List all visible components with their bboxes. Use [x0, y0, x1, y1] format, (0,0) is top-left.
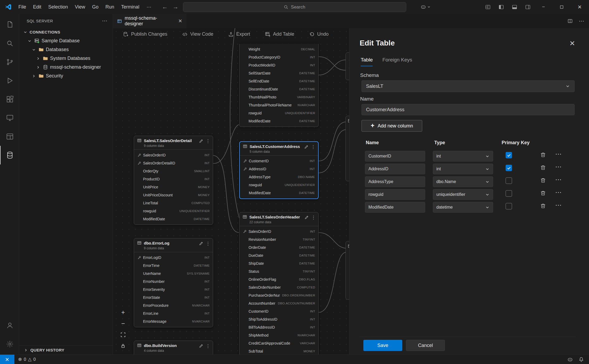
- tab-table[interactable]: Table: [361, 57, 373, 66]
- column-name-input[interactable]: [365, 176, 425, 187]
- copilot-status-icon[interactable]: [567, 357, 573, 362]
- search-sidebar-icon[interactable]: [0, 34, 19, 53]
- fit-view-button[interactable]: [119, 330, 127, 339]
- explorer-icon[interactable]: [0, 15, 19, 34]
- zoom-in-button[interactable]: +: [119, 308, 127, 317]
- cancel-button[interactable]: Cancel: [406, 340, 445, 351]
- column-more-icon[interactable]: ⋯: [555, 176, 562, 183]
- column-name-input[interactable]: [365, 164, 425, 174]
- remote-explorer-icon[interactable]: [0, 109, 19, 127]
- delete-column-icon[interactable]: [540, 203, 546, 209]
- column-name-input[interactable]: [365, 189, 425, 200]
- column-type-select[interactable]: int: [433, 164, 493, 174]
- add-table-button[interactable]: Add Table: [265, 31, 294, 37]
- column-type-select[interactable]: dbo.Name: [433, 176, 493, 187]
- editor-more-icon[interactable]: ⋯: [579, 18, 584, 24]
- delete-column-icon[interactable]: [540, 190, 546, 196]
- delete-column-icon[interactable]: [540, 152, 546, 158]
- live-preview-icon[interactable]: [0, 127, 19, 146]
- column-more-icon[interactable]: ⋯: [555, 163, 562, 171]
- diagram-table-errorlog[interactable]: dbo.ErrorLog9 column data⋮ErrorLogIDINTE…: [134, 238, 213, 327]
- notifications-bell-icon[interactable]: [578, 357, 584, 362]
- column-more-icon[interactable]: ⋯: [555, 150, 562, 158]
- run-debug-icon[interactable]: [0, 71, 19, 90]
- diagram-table-salesorderdetail[interactable]: SalesLT.SalesOrderDetail9 column data⋮Sa…: [134, 136, 213, 225]
- sidebar-item-system-databases[interactable]: System Databases: [19, 54, 113, 63]
- add-new-column-button[interactable]: + Add new column: [361, 120, 422, 132]
- table-menu-icon[interactable]: ⋮: [206, 241, 210, 246]
- diagram-table-buildversion[interactable]: dbo.BuildVersion4 column data⋮: [134, 341, 213, 354]
- menu-terminal[interactable]: Terminal: [118, 3, 143, 11]
- menu-file[interactable]: File: [15, 3, 30, 11]
- primary-key-checkbox[interactable]: [506, 203, 512, 209]
- close-panel-icon[interactable]: ✕: [569, 39, 575, 48]
- tab-mssql-schema-designer[interactable]: mssql-schema-designer ✕: [113, 14, 186, 28]
- settings-gear-icon[interactable]: [0, 335, 19, 353]
- edit-table-icon[interactable]: [304, 145, 308, 149]
- menu-run[interactable]: Run: [102, 3, 118, 11]
- toggle-sidebar-icon[interactable]: [495, 1, 507, 13]
- primary-key-checkbox[interactable]: [506, 165, 512, 171]
- column-type-select[interactable]: uniqueidentifier: [433, 189, 493, 200]
- column-more-icon[interactable]: ⋯: [555, 201, 562, 209]
- account-icon[interactable]: [0, 316, 19, 335]
- extensions-icon[interactable]: [0, 90, 19, 109]
- undo-button[interactable]: Undo: [309, 31, 329, 37]
- toggle-panel-icon[interactable]: [509, 1, 520, 13]
- export-button[interactable]: Export: [228, 31, 250, 37]
- diagram-table-salesorderheader[interactable]: SalesLT.SalesOrderHeader22 column data⋮S…: [239, 212, 319, 354]
- edit-table-icon[interactable]: [199, 139, 203, 143]
- diagram-table-product[interactable]: WeightDECIMALProductCategoryIDINTProduct…: [239, 44, 319, 127]
- diagram-table-customeraddress[interactable]: SalesLT.CustomerAddress5 column data⋮Cus…: [239, 141, 319, 199]
- sidebar-item-query-history[interactable]: QUERY HISTORY: [19, 345, 113, 354]
- minimize-button[interactable]: −: [535, 0, 552, 14]
- source-control-icon[interactable]: [0, 53, 19, 71]
- remote-indicator[interactable]: [0, 355, 14, 364]
- tab-foreign-keys[interactable]: Foreign Keys: [382, 57, 412, 66]
- table-menu-icon[interactable]: ⋮: [311, 145, 315, 149]
- edit-table-icon[interactable]: [199, 344, 203, 348]
- column-name-input[interactable]: [365, 202, 425, 213]
- column-type-select[interactable]: int: [433, 151, 493, 162]
- sidebar-item-databases[interactable]: Databases: [19, 45, 113, 54]
- lock-canvas-button[interactable]: [119, 342, 127, 350]
- sidebar-item-mssql-schema-designer[interactable]: mssql-schema-designer: [19, 63, 113, 72]
- column-type-select[interactable]: datetime: [433, 202, 493, 213]
- save-button[interactable]: Save: [363, 340, 402, 351]
- problems-status[interactable]: ⊗ 0 △ 0: [14, 357, 36, 362]
- table-menu-icon[interactable]: ⋮: [311, 215, 316, 220]
- nav-back-icon[interactable]: ←: [162, 3, 168, 10]
- nav-forward-icon[interactable]: →: [173, 3, 178, 10]
- menu-edit[interactable]: Edit: [30, 3, 45, 11]
- menu-go[interactable]: Go: [89, 3, 102, 11]
- primary-key-checkbox[interactable]: [506, 152, 512, 158]
- close-window-button[interactable]: ✕: [571, 0, 588, 14]
- customize-layout-icon[interactable]: [482, 1, 494, 13]
- sql-server-extension-icon[interactable]: [0, 146, 19, 164]
- edit-table-icon[interactable]: [304, 215, 309, 220]
- primary-key-checkbox[interactable]: [506, 190, 512, 197]
- sidebar-item-sample-database[interactable]: Sample Database: [19, 36, 113, 45]
- edit-table-icon[interactable]: [199, 241, 203, 246]
- primary-key-checkbox[interactable]: [506, 177, 512, 184]
- tab-close-icon[interactable]: ✕: [178, 18, 182, 24]
- column-more-icon[interactable]: ⋯: [555, 189, 562, 196]
- schema-select[interactable]: SalesLT: [361, 80, 575, 92]
- publish-changes-button[interactable]: Publish Changes: [123, 31, 167, 37]
- copilot-menu[interactable]: [420, 4, 431, 10]
- sidebar-more-icon[interactable]: ⋯: [102, 18, 108, 24]
- column-name-input[interactable]: [365, 151, 425, 162]
- table-menu-icon[interactable]: ⋮: [206, 139, 210, 143]
- zoom-out-button[interactable]: −: [119, 319, 127, 328]
- table-menu-icon[interactable]: ⋮: [206, 344, 210, 348]
- toggle-secondary-sidebar-icon[interactable]: [522, 1, 534, 13]
- sidebar-item-security[interactable]: Security: [19, 72, 113, 80]
- delete-column-icon[interactable]: [540, 177, 546, 183]
- split-editor-icon[interactable]: [568, 19, 572, 23]
- menu-overflow-button[interactable]: ···: [143, 3, 155, 11]
- menu-selection[interactable]: Selection: [45, 3, 71, 11]
- sidebar-item-connections[interactable]: CONNECTIONS: [19, 28, 113, 36]
- table-name-input[interactable]: [361, 104, 575, 115]
- search-input[interactable]: Search: [183, 2, 406, 12]
- maximize-button[interactable]: [553, 0, 570, 14]
